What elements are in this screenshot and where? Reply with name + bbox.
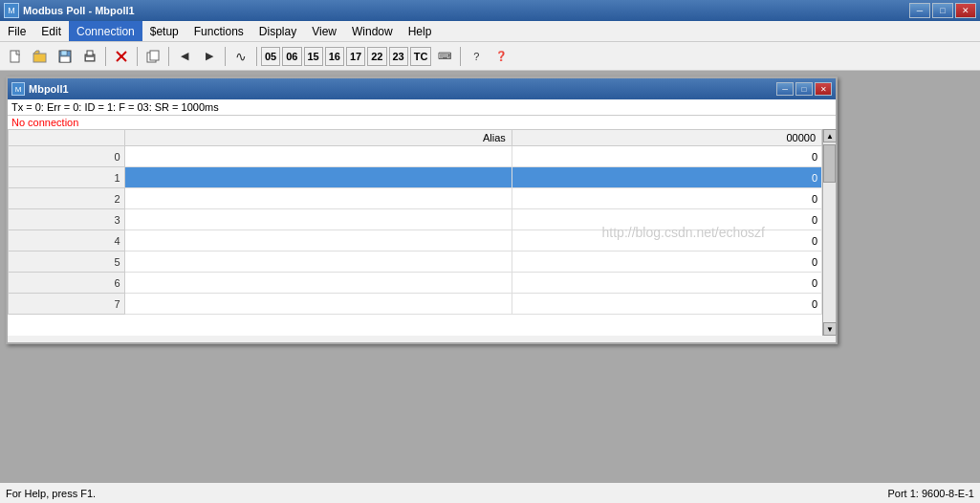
maximize-button[interactable]: □	[932, 3, 953, 18]
scroll-thumb[interactable]	[823, 144, 836, 183]
cell-alias	[124, 167, 512, 188]
wave-button[interactable]: ∿	[229, 45, 252, 68]
inner-minimize-button[interactable]: ─	[776, 82, 794, 96]
cell-rownum: 5	[9, 252, 125, 273]
menu-view[interactable]: View	[304, 21, 344, 41]
save-button[interactable]	[54, 45, 76, 68]
cell-value: 0	[512, 273, 821, 294]
delete-button[interactable]	[110, 45, 133, 68]
separator-4	[225, 47, 226, 66]
cell-alias	[124, 252, 512, 273]
table-row[interactable]: 40	[9, 230, 822, 252]
code-22[interactable]: 22	[367, 47, 386, 66]
data-area: Alias 00000 0010203040506070 http://blog…	[8, 129, 836, 336]
separator-2	[137, 47, 138, 66]
minimize-button[interactable]: ─	[909, 3, 930, 18]
app-icon: M	[4, 3, 19, 18]
close-button[interactable]: ✕	[955, 3, 976, 18]
menu-display[interactable]: Display	[251, 21, 304, 41]
cell-value: 0	[512, 146, 821, 167]
code-06[interactable]: 06	[282, 47, 301, 66]
table-row[interactable]: 20	[9, 188, 822, 209]
code-05[interactable]: 05	[261, 47, 280, 66]
main-content: M Mbpoll1 ─ □ ✕ Tx = 0: Err = 0: ID = 1:…	[0, 71, 980, 482]
cell-rownum: 1	[9, 167, 125, 188]
status-bar: For Help, press F1. Port 1: 9600-8-E-1	[0, 482, 980, 503]
menu-file[interactable]: File	[0, 21, 33, 41]
cell-value: 0	[512, 230, 821, 252]
code-15[interactable]: 15	[304, 47, 323, 66]
code-16[interactable]: 16	[325, 47, 344, 66]
scroll-up-button[interactable]: ▲	[823, 129, 837, 142]
arrow-left-button[interactable]: ◀	[173, 45, 196, 68]
cell-alias	[124, 146, 512, 167]
inner-maximize-button[interactable]: □	[795, 82, 813, 96]
menu-help[interactable]: Help	[401, 21, 440, 41]
cell-rownum: 3	[9, 209, 125, 230]
table-row[interactable]: 30	[9, 209, 822, 230]
svg-rect-4	[61, 51, 67, 55]
toolbar: ◀ ▶ ∿ 05 06 15 16 17 22 23 TC ⌨ ? ❓	[0, 42, 980, 71]
cell-rownum: 4	[9, 230, 125, 252]
header-alias: Alias	[124, 130, 512, 146]
cell-value: 0	[512, 188, 821, 209]
inner-close-button[interactable]: ✕	[815, 82, 832, 96]
vertical-scrollbar[interactable]: ▲ ▼	[822, 129, 836, 336]
table-row[interactable]: 60	[9, 273, 822, 294]
cell-rownum: 6	[9, 273, 125, 294]
menu-functions[interactable]: Functions	[186, 21, 251, 41]
status-left-text: For Help, press F1.	[6, 488, 96, 499]
cell-alias	[124, 294, 512, 315]
svg-rect-12	[150, 51, 159, 60]
app-title: Modbus Poll - Mbpoll1	[23, 5, 905, 16]
inner-window-mbpoll1: M Mbpoll1 ─ □ ✕ Tx = 0: Err = 0: ID = 1:…	[6, 77, 838, 344]
inner-title-bar: M Mbpoll1 ─ □ ✕	[8, 78, 836, 99]
cell-alias	[124, 230, 512, 252]
code-17[interactable]: 17	[346, 47, 365, 66]
status-line: Tx = 0: Err = 0: ID = 1: F = 03: SR = 10…	[8, 99, 836, 116]
menu-connection[interactable]: Connection	[69, 21, 142, 41]
tc-icon[interactable]: ⌨	[433, 45, 456, 68]
open-button[interactable]	[29, 45, 52, 68]
help-button[interactable]: ?	[465, 45, 488, 68]
cell-alias	[124, 273, 512, 294]
table-header-row: Alias 00000	[9, 130, 822, 146]
header-rownum	[9, 130, 125, 146]
no-connection-label: No connection	[8, 116, 836, 129]
code-23[interactable]: 23	[389, 47, 408, 66]
svg-rect-5	[60, 56, 70, 62]
arrow-right-button[interactable]: ▶	[198, 45, 221, 68]
separator-5	[256, 47, 257, 66]
menu-window[interactable]: Window	[344, 21, 401, 41]
separator-1	[105, 47, 106, 66]
header-value: 00000	[512, 130, 821, 146]
menu-edit[interactable]: Edit	[33, 21, 69, 41]
cell-value: 0	[512, 252, 821, 273]
cell-rownum: 2	[9, 188, 125, 209]
new-button[interactable]	[4, 45, 27, 68]
table-row[interactable]: 70	[9, 294, 822, 315]
table-row[interactable]: 10	[9, 167, 822, 188]
menu-setup[interactable]: $etup	[142, 21, 186, 41]
svg-rect-1	[33, 54, 46, 62]
print-button[interactable]	[78, 45, 101, 68]
inner-window-controls: ─ □ ✕	[776, 82, 832, 96]
inner-window-icon: M	[11, 82, 25, 96]
svg-rect-8	[86, 57, 94, 60]
copy-button[interactable]	[142, 45, 164, 68]
cell-value: 0	[512, 209, 821, 230]
svg-marker-2	[33, 51, 39, 54]
table-row[interactable]: 00	[9, 146, 822, 167]
status-right-text: Port 1: 9600-8-E-1	[888, 488, 975, 499]
scroll-track[interactable]	[823, 142, 836, 322]
table-row[interactable]: 50	[9, 252, 822, 273]
cell-rownum: 0	[9, 146, 125, 167]
scroll-down-button[interactable]: ▼	[823, 322, 837, 336]
title-bar: M Modbus Poll - Mbpoll1 ─ □ ✕	[0, 0, 980, 21]
info-button[interactable]: ❓	[490, 45, 512, 68]
cell-value: 0	[512, 294, 821, 315]
svg-rect-7	[87, 51, 93, 55]
cell-rownum: 7	[9, 294, 125, 315]
code-tc[interactable]: TC	[410, 47, 432, 66]
cell-alias	[124, 209, 512, 230]
